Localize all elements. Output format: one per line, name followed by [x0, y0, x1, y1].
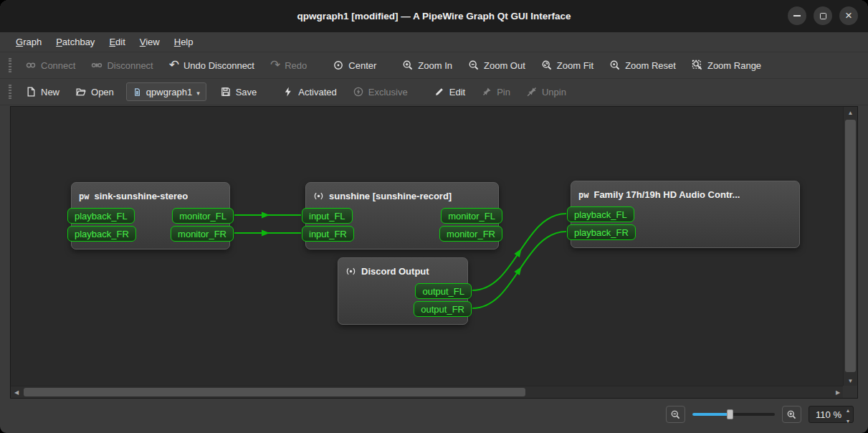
center-icon [333, 60, 344, 71]
activated-lightning-icon [282, 86, 294, 97]
zoom-spinbox-value[interactable]: 110 % [816, 409, 841, 420]
spin-up-arrow[interactable] [846, 404, 849, 414]
zoom-out-label: Zoom Out [484, 60, 525, 71]
toolbar-drag-handle[interactable] [9, 58, 11, 72]
statusbar-zoom-out-button[interactable] [666, 406, 685, 423]
pipewire-icon: pw [578, 190, 588, 200]
scroll-down-arrow[interactable] [844, 375, 857, 386]
port-playback_FL[interactable]: playback_FL [67, 208, 135, 224]
exclusive-button[interactable]: Exclusive [346, 82, 414, 102]
new-label: New [41, 87, 59, 97]
maximize-button[interactable] [814, 6, 832, 25]
horizontal-scrollbar-handle[interactable] [24, 388, 525, 396]
unpin-label: Unpin [542, 87, 566, 97]
redo-label: Redo [285, 60, 307, 71]
graph-toolbar: Connect Disconnect Undo Disconnect Redo … [0, 52, 868, 79]
save-button[interactable]: Save [214, 82, 264, 102]
spin-down-arrow[interactable] [846, 414, 849, 425]
titlebar[interactable]: qpwgraph1 [modified] — A PipeWire Graph … [0, 0, 868, 32]
toolbar-drag-handle[interactable] [9, 85, 11, 99]
activated-button[interactable]: Activated [276, 82, 343, 102]
port-playback_FR[interactable]: playback_FR [67, 226, 136, 242]
menu-patchbay[interactable]: Patchbay [49, 34, 102, 50]
graph-canvas[interactable]: pw sink-sunshine-stereo playback_FL moni… [11, 107, 844, 386]
node-sink-sunshine-stereo[interactable]: pw sink-sunshine-stereo playback_FL moni… [71, 182, 230, 249]
zoom-range-icon [692, 60, 703, 71]
port-monitor_FL[interactable]: monitor_FL [172, 208, 234, 224]
open-button[interactable]: Open [69, 82, 120, 102]
unpin-icon [526, 86, 538, 97]
undo-icon [169, 60, 179, 71]
redo-button[interactable]: Redo [264, 55, 313, 75]
zoom-slider[interactable] [692, 407, 775, 422]
port-output_FL[interactable]: output_FL [415, 283, 472, 299]
undo-disconnect-button[interactable]: Undo Disconnect [163, 55, 261, 75]
exclusive-icon [353, 86, 364, 97]
port-input_FL[interactable]: input_FL [302, 208, 353, 224]
zoom-spinbox[interactable]: 110 % [809, 406, 854, 423]
record-app-icon [313, 191, 324, 201]
node-sunshine-record[interactable]: sunshine [sunshine-record] input_FL moni… [305, 182, 499, 249]
connect-button[interactable]: Connect [19, 55, 82, 75]
menu-edit[interactable]: Edit [102, 34, 132, 50]
edit-label: Edit [449, 87, 465, 97]
disconnect-button[interactable]: Disconnect [85, 55, 159, 75]
unpin-button[interactable]: Unpin [520, 82, 573, 102]
vertical-scrollbar-handle[interactable] [845, 120, 856, 372]
connect-label: Connect [41, 60, 75, 71]
zoom-out-button[interactable]: Zoom Out [462, 55, 532, 75]
menu-help[interactable]: Help [167, 34, 201, 50]
zoom-slider-handle[interactable] [727, 409, 733, 419]
port-monitor_FR[interactable]: monitor_FR [171, 226, 234, 242]
zoom-spinbox-arrows [846, 404, 849, 425]
port-output_FR[interactable]: output_FR [414, 301, 472, 317]
exclusive-label: Exclusive [368, 87, 408, 97]
vertical-scrollbar[interactable] [843, 107, 857, 386]
node-title: Family 17h/19h HD Audio Contr... [593, 189, 740, 200]
zoom-slider-fill [692, 413, 730, 416]
node-header: sunshine [sunshine-record] [306, 183, 498, 208]
menu-view[interactable]: View [133, 34, 167, 50]
node-header: pw sink-sunshine-stereo [72, 183, 229, 208]
save-label: Save [236, 87, 257, 97]
zoom-in-icon [402, 60, 414, 71]
scrollbar-corner [843, 386, 857, 398]
patchbay-combo[interactable]: qpwgraph1 [126, 82, 206, 101]
minimize-icon [793, 15, 801, 16]
record-app-icon [345, 266, 356, 277]
port-monitor_FL[interactable]: monitor_FL [441, 208, 502, 224]
window-title: qpwgraph1 [modified] — A PipeWire Graph … [297, 11, 571, 22]
center-button[interactable]: Center [326, 55, 383, 75]
scroll-right-arrow[interactable] [832, 386, 844, 398]
port-monitor_FR[interactable]: monitor_FR [439, 226, 502, 242]
new-button[interactable]: New [19, 82, 66, 102]
close-button[interactable] [839, 6, 858, 25]
wire-arrow-icon [514, 265, 524, 275]
edit-button[interactable]: Edit [427, 82, 472, 102]
activated-label: Activated [298, 87, 336, 97]
pin-label: Pin [497, 87, 510, 97]
horizontal-scrollbar[interactable] [11, 386, 844, 398]
node-discord-output[interactable]: Discord Output output_FL output_FR [338, 257, 468, 325]
port-playback_FL[interactable]: playback_FL [567, 206, 634, 222]
node-family-hd-audio[interactable]: pw Family 17h/19h HD Audio Contr... play… [571, 181, 800, 248]
port-playback_FR[interactable]: playback_FR [567, 224, 636, 240]
zoom-reset-button[interactable]: Zoom Reset [603, 55, 682, 75]
zoom-fit-button[interactable]: Zoom Fit [535, 55, 600, 75]
menu-graph[interactable]: Graph [9, 34, 49, 50]
pin-button[interactable]: Pin [474, 82, 517, 102]
minimize-button[interactable] [788, 6, 806, 25]
zoom-fit-icon [541, 60, 553, 71]
open-folder-icon [75, 86, 87, 97]
scroll-left-arrow[interactable] [11, 386, 22, 398]
redo-icon [270, 60, 280, 71]
save-icon [220, 86, 232, 97]
zoom-fit-label: Zoom Fit [557, 60, 593, 71]
statusbar-zoom-in-button[interactable] [782, 406, 801, 423]
chevron-down-icon [196, 87, 200, 97]
zoom-range-button[interactable]: Zoom Range [685, 55, 768, 75]
zoom-in-button[interactable]: Zoom In [396, 55, 459, 75]
port-input_FR[interactable]: input_FR [302, 226, 354, 242]
scroll-up-arrow[interactable] [844, 107, 857, 118]
patchbay-combo-value: qpwgraph1 [146, 87, 192, 97]
